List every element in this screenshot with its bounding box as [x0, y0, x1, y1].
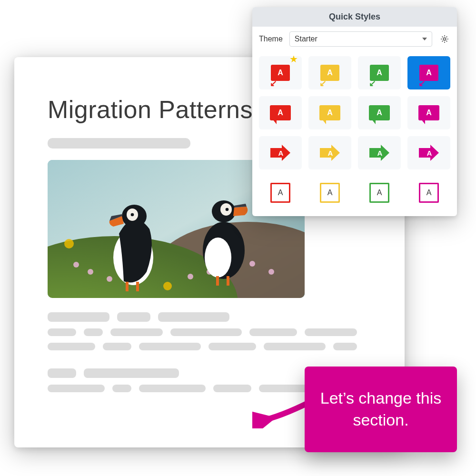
svg-point-10: [249, 261, 255, 267]
popover-title: Quick Styles: [252, 7, 457, 27]
svg-point-4: [88, 269, 93, 275]
svg-point-7: [188, 274, 193, 279]
style-swatch-outline-yellow[interactable]: A: [308, 176, 351, 209]
quick-styles-popover: Quick Styles Theme Starter ★ A↙ A↙ A↙ A↙: [252, 7, 457, 216]
popover-toolbar: Theme Starter: [252, 27, 457, 50]
svg-point-27: [443, 38, 446, 40]
style-swatch-speech-magenta[interactable]: A: [407, 96, 450, 129]
style-swatch-arrow-yellow[interactable]: A: [308, 136, 351, 169]
svg-point-5: [107, 276, 112, 282]
settings-button[interactable]: [439, 33, 450, 45]
style-swatch-box-yellow[interactable]: A↙: [308, 56, 351, 89]
style-swatch-box-green[interactable]: A↙: [358, 56, 401, 89]
svg-point-12: [64, 239, 74, 248]
style-swatch-speech-green[interactable]: A: [358, 96, 401, 129]
chevron-down-icon: [422, 38, 427, 40]
callout-note[interactable]: Let’s change this section.: [305, 367, 457, 452]
callout-text: Let’s change this section.: [317, 387, 445, 431]
style-swatch-outline-magenta[interactable]: A: [407, 176, 450, 209]
svg-rect-18: [126, 282, 129, 291]
svg-rect-26: [227, 276, 229, 286]
svg-point-21: [205, 238, 231, 278]
style-swatch-outline-green[interactable]: A: [358, 176, 401, 209]
theme-select-value: Starter: [295, 35, 317, 43]
placeholder-row: [48, 312, 371, 322]
style-swatch-arrow-green[interactable]: A: [358, 136, 401, 169]
placeholder-line: [48, 138, 190, 149]
star-icon: ★: [289, 53, 298, 65]
gear-icon: [440, 34, 449, 44]
style-swatch-box-red[interactable]: ★ A↙: [259, 56, 302, 89]
style-swatch-outline-red[interactable]: A: [259, 176, 302, 209]
svg-rect-19: [136, 282, 139, 291]
style-swatch-arrow-red[interactable]: A: [259, 136, 302, 169]
svg-rect-25: [216, 276, 219, 286]
theme-select[interactable]: Starter: [289, 31, 432, 47]
style-swatches-grid: ★ A↙ A↙ A↙ A↙ A A A A A A: [252, 50, 457, 216]
placeholder-row: [48, 328, 371, 336]
svg-point-3: [73, 262, 79, 268]
placeholder-row: [48, 343, 371, 350]
svg-point-17: [131, 213, 134, 217]
svg-point-13: [163, 282, 172, 290]
svg-point-11: [268, 269, 274, 275]
svg-point-24: [226, 208, 229, 211]
style-swatch-box-magenta[interactable]: A↙: [407, 56, 450, 89]
style-swatch-speech-red[interactable]: A: [259, 96, 302, 129]
theme-label: Theme: [259, 35, 283, 43]
style-swatch-speech-yellow[interactable]: A: [308, 96, 351, 129]
style-swatch-arrow-magenta[interactable]: A: [407, 136, 450, 169]
